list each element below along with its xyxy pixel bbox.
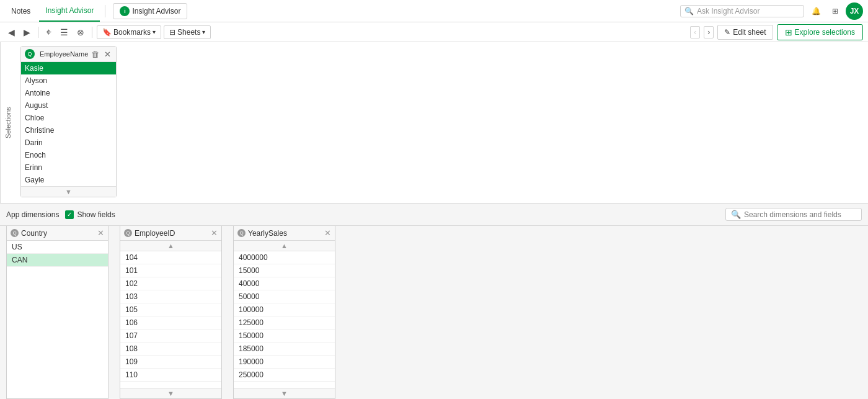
bookmarks-icon: 🔖 (102, 28, 112, 37)
forward-button[interactable]: ▶ (20, 26, 33, 38)
yearlysales-clear-button[interactable]: ✕ (324, 228, 331, 238)
employeeid-clear-button[interactable]: ✕ (211, 228, 218, 238)
selections-panel: Selections Q EmployeeName 🗑 ✕ Kasie Alys… (0, 42, 868, 204)
country-clear-button[interactable]: ✕ (97, 228, 104, 238)
selection-icon-button[interactable]: ☰ (57, 26, 71, 38)
list-item[interactable]: 100000 (234, 303, 335, 316)
employeeid-scroll-down[interactable]: ▼ (120, 388, 221, 398)
selection-icon: ☰ (60, 27, 68, 37)
field-delete-button[interactable]: 🗑 (90, 50, 100, 59)
clear-icon: ⊗ (77, 27, 84, 37)
yearlysales-header-left: Q YearlySales (237, 229, 287, 238)
list-item[interactable]: 190000 (234, 356, 335, 369)
top-toolbar: Notes Insight Advisor i Insight Advisor … (0, 0, 868, 22)
list-item[interactable]: CAN (7, 254, 108, 267)
sheets-chevron: ▾ (202, 29, 205, 35)
app-dimensions-label: App dimensions (6, 210, 59, 219)
notifications-button[interactable]: 🔔 (808, 6, 825, 17)
list-item[interactable]: 101 (120, 264, 221, 277)
sel-divider-1 (38, 27, 38, 38)
list-item[interactable]: Enoch (21, 149, 116, 161)
yearlysales-scroll-up[interactable]: ▲ (234, 241, 335, 251)
employeeid-field-name: EmployeeID (135, 229, 175, 238)
list-item[interactable]: Kasie (21, 62, 116, 74)
dim-search-icon: 🔍 (731, 210, 741, 219)
show-fields-label: Show fields (77, 210, 115, 219)
scroll-down-icon: ▼ (167, 390, 174, 397)
avatar[interactable]: JX (846, 2, 863, 20)
list-item[interactable]: 15000 (234, 264, 335, 277)
field-header-icons: 🗑 ✕ (90, 50, 112, 59)
bookmarks-chevron: ▾ (153, 29, 156, 35)
selections-label: Selections (0, 42, 16, 203)
dimensions-search-input[interactable] (744, 210, 856, 219)
list-item[interactable]: 103 (120, 290, 221, 303)
list-item[interactable]: 108 (120, 343, 221, 356)
back-button[interactable]: ◀ (5, 26, 18, 38)
dimensions-search-box[interactable]: 🔍 (725, 208, 862, 221)
nav-next-button[interactable]: › (704, 26, 714, 38)
country-list: US CAN (7, 241, 108, 398)
list-item[interactable]: Erinn (21, 161, 116, 174)
sheets-icon: ⊟ (169, 28, 175, 37)
bookmarks-button[interactable]: 🔖 Bookmarks ▾ (97, 25, 161, 39)
sel-right-area: ‹ › ✎ Edit sheet ⊞ Explore selections (690, 24, 863, 40)
list-item[interactable]: 102 (120, 277, 221, 290)
list-item[interactable]: 250000 (234, 369, 335, 382)
nav-prev-button[interactable]: ‹ (690, 26, 700, 38)
list-item[interactable]: 109 (120, 356, 221, 369)
employee-name-field-box: Q EmployeeName 🗑 ✕ Kasie Alyson Antoine … (20, 46, 117, 197)
list-item[interactable]: 107 (120, 330, 221, 343)
list-item[interactable]: 185000 (234, 343, 335, 356)
field-name-label: EmployeeName (40, 50, 88, 58)
list-item[interactable]: August (21, 99, 116, 112)
search-icon: 🔍 (684, 7, 694, 16)
explore-selections-button[interactable]: ⊞ Explore selections (777, 24, 863, 40)
field-remove-button[interactable]: ✕ (103, 50, 112, 59)
smart-search-button[interactable]: ⌖ (43, 25, 55, 39)
list-item[interactable]: 40000 (234, 277, 335, 290)
list-item[interactable]: Christine (21, 124, 116, 137)
employeeid-card-header: Q EmployeeID ✕ (120, 226, 221, 241)
tab-notes[interactable]: Notes (5, 0, 37, 22)
list-item[interactable]: Chloe (21, 112, 116, 124)
list-item[interactable]: Alyson (21, 74, 116, 87)
apps-grid-button[interactable]: ⊞ (828, 6, 842, 17)
clear-selections-button[interactable]: ⊗ (74, 26, 87, 38)
toolbar-right: 🔍 Ask Insight Advisor 🔔 ⊞ JX (680, 2, 863, 20)
insight-icon: i (120, 6, 130, 16)
grid-icon: ⊞ (832, 7, 838, 16)
insight-advisor-button[interactable]: i Insight Advisor (113, 3, 187, 19)
list-item[interactable]: 150000 (234, 330, 335, 343)
list-item[interactable]: 105 (120, 303, 221, 316)
app-dimensions-bar: App dimensions ✓ Show fields 🔍 (0, 204, 868, 226)
sel-divider-2 (92, 27, 92, 38)
list-item[interactable]: Gayle (21, 174, 116, 186)
list-item[interactable]: 4000000 (234, 251, 335, 264)
list-item[interactable]: Antoine (21, 87, 116, 99)
ask-insight-search[interactable]: 🔍 Ask Insight Advisor (680, 5, 804, 17)
pencil-icon: ✎ (724, 28, 730, 37)
list-item[interactable]: US (7, 241, 108, 254)
list-item[interactable]: Darin (21, 137, 116, 149)
tab-insight-advisor[interactable]: Insight Advisor (39, 0, 100, 22)
list-item[interactable]: 50000 (234, 290, 335, 303)
smart-search-icon: ⌖ (46, 27, 51, 38)
edit-sheet-button[interactable]: ✎ Edit sheet (717, 25, 773, 40)
employeeid-scroll-up[interactable]: ▲ (120, 241, 221, 251)
list-item[interactable]: 125000 (234, 316, 335, 330)
show-fields-toggle[interactable]: ✓ Show fields (65, 210, 115, 219)
list-item[interactable]: 104 (120, 251, 221, 264)
field-header-employeename: Q EmployeeName 🗑 ✕ (21, 47, 116, 62)
employeeid-search-icon: Q (124, 229, 132, 237)
list-item[interactable]: 106 (120, 316, 221, 330)
sheets-button[interactable]: ⊟ Sheets ▾ (164, 25, 211, 39)
yearlysales-scroll-down[interactable]: ▼ (234, 388, 335, 398)
show-fields-checkbox[interactable]: ✓ (65, 210, 74, 219)
country-header-left: Q Country (11, 229, 47, 238)
search-placeholder-text: Ask Insight Advisor (697, 7, 760, 16)
selections-content: Q EmployeeName 🗑 ✕ Kasie Alyson Antoine … (16, 42, 868, 203)
bell-icon: 🔔 (812, 7, 821, 16)
list-item[interactable]: 110 (120, 369, 221, 382)
insight-advisor-label: Insight Advisor (132, 7, 180, 16)
